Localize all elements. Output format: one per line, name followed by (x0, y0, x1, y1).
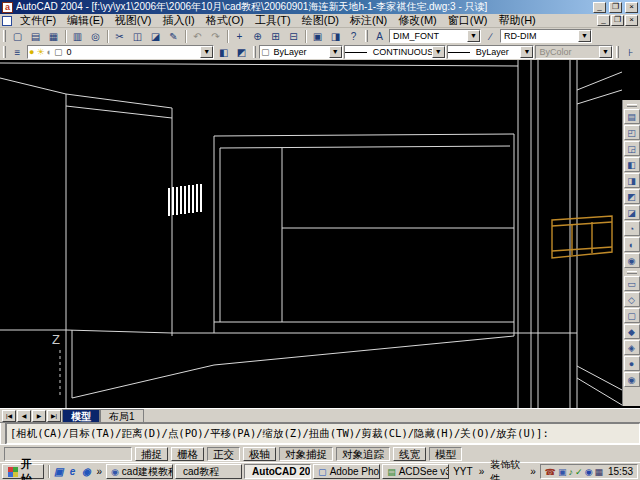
tray-phone-icon[interactable]: ☎ (545, 465, 556, 479)
tray-display-icon[interactable]: ▣ (558, 465, 567, 479)
layer-combo[interactable]: ● ☀ ◐ ▢ 0 ▼ (27, 45, 214, 59)
menu-file[interactable]: 文件(F) (15, 14, 61, 27)
3d-orbit-button[interactable]: ◔ (624, 221, 640, 236)
command-prompt-area[interactable]: [相机(CA)/目标(TA)/距离(D)/点(PO)/平移(PA)/缩放(Z)/… (6, 423, 640, 444)
hidden-shade-button[interactable]: ▢ (624, 308, 640, 323)
menu-insert[interactable]: 插入(I) (157, 14, 199, 27)
toolbar-grip[interactable] (3, 46, 6, 58)
undo-button[interactable]: ↶ (189, 29, 206, 44)
chevron-down-icon[interactable]: ▼ (467, 30, 480, 42)
named-views-button[interactable]: ▤ (624, 109, 640, 124)
chevron-icon[interactable]: » (477, 466, 487, 477)
media-player-icon[interactable]: ◉ (80, 465, 92, 479)
mdi-restore-button[interactable]: ❐ (611, 15, 624, 26)
close-button[interactable]: × (625, 2, 638, 13)
mdi-close-button[interactable]: × (625, 15, 638, 26)
taskbar-toolbar-yyt[interactable]: YYT (451, 466, 474, 477)
lineweight-combo[interactable]: ByLayer ▼ (447, 45, 535, 59)
toggle-model-space[interactable]: 模型 (429, 447, 462, 461)
mdi-minimize-button[interactable]: _ (597, 15, 610, 26)
layer-states-button[interactable]: ◧ (215, 45, 232, 60)
toggle-snap[interactable]: 捕捉 (135, 447, 168, 461)
text-style-combo[interactable]: DIM_FONT ▼ (389, 29, 481, 43)
taskbar-window-acdsee[interactable]: ▤ ACDSee v3.1... (382, 464, 449, 479)
toggle-polar[interactable]: 极轴 (243, 447, 276, 461)
open-button[interactable]: ▤ (27, 29, 44, 44)
toolbar-grip[interactable] (627, 271, 637, 274)
chevron-down-icon[interactable]: ▼ (329, 46, 342, 58)
color-combo[interactable]: ▢ ByLayer ▼ (259, 45, 343, 59)
toolbar-grip[interactable] (3, 30, 6, 42)
tab-layout1[interactable]: 布局1 (100, 409, 144, 422)
gouraud-shaded-button[interactable]: ● (624, 356, 640, 371)
chevron-icon[interactable]: » (528, 466, 538, 477)
menu-draw[interactable]: 绘图(D) (297, 14, 344, 27)
right-view-button[interactable]: ◨ (624, 173, 640, 188)
tray-volume-icon[interactable]: ♪ (569, 465, 574, 479)
taskbar-window-cad-modeling[interactable]: ◉ cad建模教程... (106, 464, 173, 479)
toggle-otrack[interactable]: 对象追踪 (336, 447, 390, 461)
linetype-combo[interactable]: CONTINUOUS ▼ (344, 45, 446, 59)
dim-style-button[interactable]: ∕ (482, 29, 499, 44)
show-desktop-icon[interactable]: ▣ (53, 465, 65, 479)
menu-window[interactable]: 窗口(W) (443, 14, 493, 27)
docked-toolbar-partial-button[interactable]: ⊦ (622, 45, 639, 60)
menu-tools[interactable]: 工具(T) (250, 14, 296, 27)
zoom-previous-button[interactable]: ⊟ (285, 29, 302, 44)
menu-view[interactable]: 视图(V) (110, 14, 157, 27)
menu-edit[interactable]: 编辑(E) (62, 14, 109, 27)
louver-window-wireframe[interactable] (169, 184, 201, 216)
paste-button[interactable]: ◪ (147, 29, 164, 44)
chevron-down-icon[interactable]: ▼ (578, 30, 591, 42)
text-style-button[interactable]: A (371, 29, 388, 44)
toolbar-grip[interactable] (365, 30, 368, 42)
toggle-lineweight[interactable]: 线宽 (393, 447, 426, 461)
2d-wireframe-button[interactable]: ▭ (624, 276, 640, 291)
dim-style-combo[interactable]: RD-DIM ▼ (500, 29, 592, 43)
continuous-orbit-button[interactable]: ◉ (624, 253, 640, 268)
chevron-down-icon[interactable]: ▼ (520, 46, 533, 58)
tray-ime-icon[interactable]: ▦ (594, 465, 603, 479)
new-button[interactable]: ▢ (9, 29, 26, 44)
taskbar-window-autocad[interactable]: AutoCAD 200... (244, 464, 311, 479)
zoom-realtime-button[interactable]: ⊕ (249, 29, 266, 44)
start-button[interactable]: 开始 (2, 464, 44, 479)
save-button[interactable]: ▦ (45, 29, 62, 44)
tab-first-button[interactable]: |◀ (2, 410, 16, 422)
wireframe-canvas[interactable]: Z (0, 60, 640, 408)
toolbar-grip[interactable] (253, 46, 256, 58)
zoom-window-button[interactable]: ⊞ (267, 29, 284, 44)
find-button[interactable]: ◎ (87, 29, 104, 44)
flat-edges-button[interactable]: ◈ (624, 340, 640, 355)
flat-shaded-button[interactable]: ◆ (624, 324, 640, 339)
tab-last-button[interactable]: ▶| (47, 410, 61, 422)
toggle-grid[interactable]: 栅格 (171, 447, 204, 461)
redo-button[interactable]: ↷ (207, 29, 224, 44)
menu-format[interactable]: 格式(O) (201, 14, 249, 27)
menu-modify[interactable]: 修改(M) (393, 14, 442, 27)
toolbar-grip[interactable] (616, 46, 619, 58)
tray-shield-icon[interactable]: ◉ (585, 465, 593, 479)
pan-button[interactable]: + (231, 29, 248, 44)
gouraud-edges-button[interactable]: ◉ (624, 372, 640, 387)
selected-window-wireframe[interactable] (552, 216, 612, 258)
taskbar-window-cad-tutorial[interactable]: cad教程 (175, 464, 242, 479)
free-orbit-button[interactable]: ◐ (624, 237, 640, 252)
drawing-viewport[interactable]: Z ▤ ◰ ◲ ◧ ◨ ◩ ◪ ◔ ◐ ◉ ▭ ◇ ▢ ◆ ◈ ● ◉ (0, 60, 640, 408)
help-button[interactable]: ? (345, 29, 362, 44)
chevron-icon[interactable]: » (94, 466, 104, 477)
match-properties-button[interactable]: ✎ (165, 29, 182, 44)
properties-button[interactable]: ▣ (309, 29, 326, 44)
left-view-button[interactable]: ◧ (624, 157, 640, 172)
layer-previous-button[interactable]: ◩ (233, 45, 250, 60)
3d-wireframe-button[interactable]: ◇ (624, 292, 640, 307)
menu-dimension[interactable]: 标注(N) (345, 14, 392, 27)
toggle-osnap[interactable]: 对象捕捉 (279, 447, 333, 461)
top-view-button[interactable]: ◰ (624, 125, 640, 140)
toolbar-grip[interactable] (627, 104, 637, 107)
toggle-ortho[interactable]: 正交 (207, 447, 240, 461)
internet-explorer-icon[interactable]: e (67, 465, 79, 479)
se-isometric-button[interactable]: ◪ (624, 205, 640, 220)
tab-next-button[interactable]: ▶ (32, 410, 46, 422)
menu-help[interactable]: 帮助(H) (494, 14, 541, 27)
